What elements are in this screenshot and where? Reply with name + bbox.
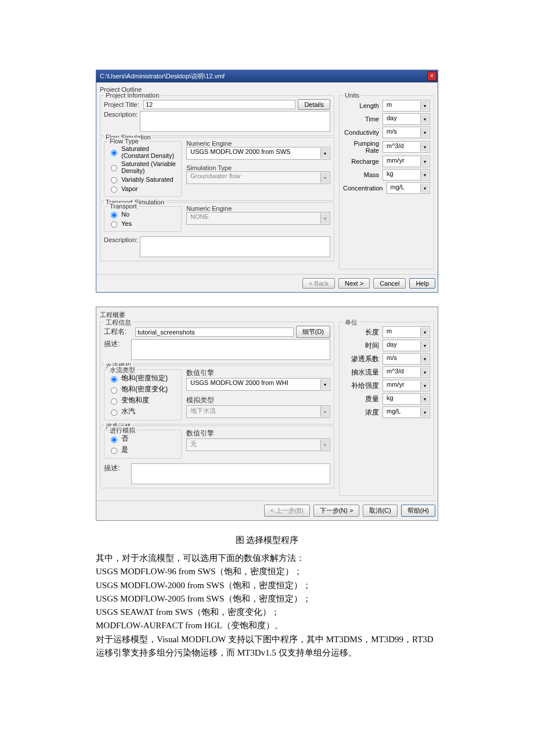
next-button[interactable]: Next > xyxy=(338,278,370,289)
close-icon[interactable]: × xyxy=(427,71,436,81)
unit-select[interactable]: mg/L▾ xyxy=(387,182,431,194)
chevron-down-icon: ▾ xyxy=(420,408,429,417)
chevron-down-icon: ▾ xyxy=(420,170,429,179)
numeric-engine-select[interactable]: USGS MODFLOW 2000 from SWS▾ xyxy=(186,147,330,160)
chevron-down-icon: ▾ xyxy=(320,406,329,417)
back-button: < Back xyxy=(302,278,335,289)
description-input[interactable] xyxy=(140,111,330,132)
figure-caption: 图 选择模型程序 xyxy=(96,535,438,546)
unit-label: Conductivity xyxy=(343,129,383,136)
unit-label: 抽水流量 xyxy=(343,368,383,377)
chevron-down-icon: ▾ xyxy=(320,148,329,159)
chevron-down-icon: ▾ xyxy=(420,354,429,363)
project-title-input[interactable] xyxy=(143,100,295,109)
chevron-down-icon: ▾ xyxy=(320,172,329,183)
transport-no-radio[interactable] xyxy=(111,437,117,443)
next-button[interactable]: 下一步(N) > xyxy=(313,505,360,517)
unit-select[interactable]: mm/yr▾ xyxy=(383,380,430,391)
transport-desc-input[interactable] xyxy=(131,463,330,484)
details-button[interactable]: 细节(D) xyxy=(296,326,330,338)
flow-varsat-radio[interactable] xyxy=(111,398,117,405)
back-button: < 上一步(B) xyxy=(264,505,310,517)
flow-sat-const-radio[interactable] xyxy=(111,150,117,156)
flow-sat-var-radio[interactable] xyxy=(111,387,117,394)
chevron-down-icon: ▾ xyxy=(320,379,329,390)
flow-varsat-radio[interactable] xyxy=(111,177,117,183)
window-title: C:\Users\Administrator\Desktop\说明\12.vmf xyxy=(100,73,225,80)
unit-label: Length xyxy=(343,102,383,109)
unit-select[interactable]: m^3/d▾ xyxy=(383,141,430,153)
flow-vapor-radio[interactable] xyxy=(111,186,117,193)
flow-vapor-radio[interactable] xyxy=(111,409,117,416)
chevron-down-icon: ▾ xyxy=(420,368,429,377)
transport-engine-select: 无▾ xyxy=(186,438,330,451)
cancel-button[interactable]: Cancel xyxy=(373,278,406,289)
unit-select[interactable]: day▾ xyxy=(383,113,430,125)
project-name-input[interactable] xyxy=(135,327,294,337)
chevron-down-icon: ▾ xyxy=(420,142,429,152)
flow-sat-const-radio[interactable] xyxy=(111,376,117,383)
flow-sat-var-radio[interactable] xyxy=(111,165,117,171)
chevron-down-icon: ▾ xyxy=(420,101,429,110)
description-input[interactable] xyxy=(131,339,330,360)
unit-label: 质量 xyxy=(343,394,383,404)
units-group: 单位 长度m▾时间day▾渗透系数m/s▾抽水流量m^3/d▾补给强度mm/yr… xyxy=(339,322,434,496)
help-button[interactable]: 帮助(H) xyxy=(401,505,435,517)
sim-type-select: 地下水流▾ xyxy=(186,405,330,418)
unit-label: 渗透系数 xyxy=(343,354,383,364)
chevron-down-icon: ▾ xyxy=(420,394,429,404)
chevron-down-icon: ▾ xyxy=(420,341,429,350)
chevron-down-icon: ▾ xyxy=(320,440,329,450)
unit-select[interactable]: mm/yr▾ xyxy=(383,156,430,167)
project-info-group: 工程信息 工程名: 细节(D) 描述: xyxy=(100,322,334,364)
unit-label: 补给强度 xyxy=(343,381,383,391)
dialog-english: C:\Users\Administrator\Desktop\说明\12.vmf… xyxy=(96,70,438,293)
unit-select[interactable]: day▾ xyxy=(383,340,430,351)
dialog-chinese: 工程概要 工程信息 工程名: 细节(D) 描述: 水流模拟 水流类型 饱和(密度… xyxy=(96,307,438,521)
unit-label: 时间 xyxy=(343,341,383,351)
unit-select[interactable]: mg/L▾ xyxy=(383,406,430,418)
unit-label: Pumping Rate xyxy=(343,140,383,154)
chevron-down-icon: ▾ xyxy=(420,114,429,124)
unit-select[interactable]: m^3/d▾ xyxy=(383,366,430,378)
description-label: Description: xyxy=(104,111,138,118)
chevron-down-icon: ▾ xyxy=(420,128,429,137)
unit-label: 浓度 xyxy=(343,408,383,417)
chevron-down-icon: ▾ xyxy=(320,213,329,224)
unit-select[interactable]: m▾ xyxy=(383,326,430,338)
flow-sim-group: 水流模拟 水流类型 饱和(密度恒定) 饱和(密度变化) 变饱和度 水汽 数值引擎… xyxy=(100,365,334,424)
transport-no-radio[interactable] xyxy=(111,212,117,218)
transport-engine-select: NONE▾ xyxy=(186,212,330,225)
chevron-down-icon: ▾ xyxy=(420,157,429,166)
unit-label: 长度 xyxy=(343,327,383,337)
unit-label: Mass xyxy=(343,171,383,178)
unit-select[interactable]: kg▾ xyxy=(383,393,430,405)
chevron-down-icon: ▾ xyxy=(420,381,429,390)
unit-label: Time xyxy=(343,116,383,123)
unit-label: Recharge xyxy=(343,158,383,165)
unit-select[interactable]: kg▾ xyxy=(383,169,430,181)
project-info-group: Project Information Project Title: Detai… xyxy=(100,95,334,136)
unit-label: Concentration xyxy=(343,185,387,192)
transport-sim-group: 溶质运移 进行模拟 否 是 数值引擎 无▾ 描述: xyxy=(100,426,334,488)
unit-select[interactable]: m▾ xyxy=(383,100,430,111)
transport-yes-radio[interactable] xyxy=(111,448,117,454)
unit-select[interactable]: m/s▾ xyxy=(383,127,430,138)
flow-sim-group: Flow Simulation Flow Type Saturated (Con… xyxy=(100,137,334,201)
transport-desc-input[interactable] xyxy=(140,236,330,257)
project-outline: 工程概要 xyxy=(100,311,434,319)
chevron-down-icon: ▾ xyxy=(420,327,429,337)
transport-sim-group: Transport Simulation Transport No Yes Nu… xyxy=(100,202,334,261)
details-button[interactable]: Details xyxy=(298,99,330,110)
chevron-down-icon: ▾ xyxy=(420,183,429,193)
body-text: 其中，对于水流模型，可以选用下面的数值求解方法：USGS MODFLOW-96 … xyxy=(96,552,438,660)
project-title-label: Project Title: xyxy=(104,101,141,108)
units-group: Units Lengthm▾Timeday▾Conductivitym/s▾Pu… xyxy=(339,95,434,269)
transport-yes-radio[interactable] xyxy=(111,221,117,228)
cancel-button[interactable]: 取消(C) xyxy=(363,505,397,517)
help-button[interactable]: Help xyxy=(409,278,435,289)
unit-select[interactable]: m/s▾ xyxy=(383,353,430,365)
numeric-engine-select[interactable]: USGS MODFLOW 2000 from WHI▾ xyxy=(186,378,330,391)
sim-type-select: Groundwater flow▾ xyxy=(186,171,330,184)
title-bar: C:\Users\Administrator\Desktop\说明\12.vmf… xyxy=(96,70,438,82)
